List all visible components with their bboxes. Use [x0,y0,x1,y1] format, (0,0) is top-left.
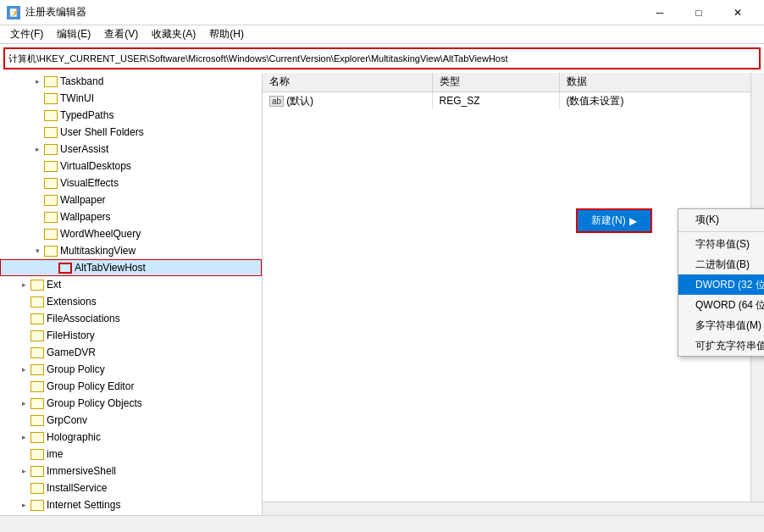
folder-icon-fileassociations [30,313,44,324]
tree-arrow-extensions [17,295,30,308]
tree-item-gamedvr[interactable]: GameDVR [0,344,262,361]
tree-item-internetsettings[interactable]: ▸Internet Settings [0,496,262,513]
folder-icon-filehistory [30,330,44,341]
folder-icon-grouppolicy [30,364,44,375]
tree-item-immersiveshell[interactable]: ▸ImmersiveShell [0,463,262,479]
context-item-binary[interactable]: 二进制值(B) [678,254,764,274]
tree-arrow-alttabviewhost [45,261,58,274]
maximize-button[interactable]: □ [679,0,718,25]
context-menu-overlay: 新建(N) ▶ 项(K)字符串值(S)二进制值(B)DWORD (32 位)值(… [576,208,652,233]
tree-item-twinui[interactable]: TWinUI [0,90,262,107]
tree-arrow-grouppolicyobjects: ▸ [17,396,30,410]
tree-item-filehistory[interactable]: FileHistory [0,327,262,344]
tree-label-gamedvr: GameDVR [47,346,96,358]
tree-item-usershellfolders[interactable]: User Shell Folders [0,124,262,141]
tree-item-virtualdesktops[interactable]: VirtualDesktops [0,158,262,175]
folder-icon-alttabviewhost [58,263,72,274]
close-button[interactable]: ✕ [718,0,757,25]
folder-icon-grouppolicyeditor [30,381,44,392]
context-item-project[interactable]: 项(K) [678,209,764,230]
tree-label-internetsettings: Internet Settings [47,499,120,511]
tree-item-wallpaper[interactable]: Wallpaper [0,191,262,208]
tree-arrow-internetsettings: ▸ [17,498,30,512]
tree-arrow-typedpaths [30,108,44,122]
col-data[interactable]: 数据 [559,73,764,91]
tree-arrow-holographic: ▸ [17,430,30,444]
tree-label-grouppolicy: Group Policy [47,363,105,375]
tree-arrow-userassist: ▸ [30,142,44,156]
tree-item-installservice[interactable]: InstallService [0,479,262,496]
tree-arrow-taskband: ▸ [30,75,44,88]
address-path[interactable]: 计算机\HKEY_CURRENT_USER\Software\Microsoft… [8,53,756,65]
tree-label-extensions: Extensions [47,296,97,308]
tree-label-usershellfolders: User Shell Folders [60,126,144,138]
context-item-multistring[interactable]: 多字符串值(M) [678,315,764,335]
menu-file[interactable]: 文件(F) [3,25,50,43]
tree-label-grouppolicyeditor: Group Policy Editor [47,380,134,392]
folder-icon-typedpaths [44,110,58,121]
context-item-expandstring[interactable]: 可扩充字符串值(E) [678,335,764,356]
tree-label-visualeffects: VisualEffects [60,177,119,189]
menu-view[interactable]: 查看(V) [97,25,145,43]
menu-edit[interactable]: 编辑(E) [50,25,97,43]
tree-item-extensions[interactable]: Extensions [0,293,262,310]
tree-item-alttabviewhost[interactable]: AltTabViewHost [0,259,262,276]
tree-item-multitaskingview[interactable]: ▾MultitaskingView [0,242,262,259]
col-type[interactable]: 类型 [432,73,559,91]
folder-icon-extensions [30,296,44,308]
col-name[interactable]: 名称 [263,73,432,91]
tree-label-ext: Ext [47,279,61,291]
tree-panel: ▸TaskbandTWinUITypedPathsUser Shell Fold… [0,73,263,515]
tree-arrow-twinui [30,91,44,105]
tree-arrow-ext: ▸ [17,278,30,291]
tree-item-grouppolicyobjects[interactable]: ▸Group Policy Objects [0,395,262,412]
tree-item-holographic[interactable]: ▸Holographic [0,429,262,446]
tree-item-visualeffects[interactable]: VisualEffects [0,175,262,191]
app-icon: 📝 [7,6,20,19]
tree-item-grouppolicyeditor[interactable]: Group Policy Editor [0,378,262,395]
folder-icon-wallpapers [44,212,58,223]
new-button-label: 新建(N) [591,213,626,228]
folder-icon-grpconv [30,415,44,426]
tree-label-wheelquery: WordWheelQuery [60,228,141,240]
tree-item-lockscreen[interactable]: ▸Lock Screen [0,513,262,515]
tree-label-taskband: Taskband [60,75,103,87]
minimize-button[interactable]: ─ [640,0,679,25]
tree-item-ime[interactable]: ime [0,446,262,463]
folder-icon-userassist [44,144,58,155]
tree-arrow-ime [17,447,30,461]
tree-label-grpconv: GrpConv [47,414,87,426]
menu-bar: 文件(F) 编辑(E) 查看(V) 收藏夹(A) 帮助(H) [0,25,764,44]
tree-item-typedpaths[interactable]: TypedPaths [0,107,262,124]
tree-arrow-gamedvr [17,346,30,359]
tree-item-grpconv[interactable]: GrpConv [0,412,262,429]
folder-icon-immersiveshell [30,466,44,477]
tree-arrow-wallpapers [30,210,44,224]
table-row[interactable]: ab(默认)REG_SZ(数值未设置) [263,91,764,110]
tree-item-grouppolicy[interactable]: ▸Group Policy [0,361,262,378]
status-bar [0,515,764,532]
context-item-dword[interactable]: DWORD (32 位)值(D) [678,274,764,295]
tree-item-wallpapers[interactable]: Wallpapers [0,208,262,225]
tree-item-taskband[interactable]: ▸Taskband [0,73,262,90]
tree-item-fileassociations[interactable]: FileAssociations [0,310,262,327]
tree-label-holographic: Holographic [47,431,101,443]
tree-label-virtualdesktops: VirtualDesktops [60,160,131,172]
title-bar-text: 注册表编辑器 [25,5,640,19]
context-menu: 项(K)字符串值(S)二进制值(B)DWORD (32 位)值(D)QWORD … [678,208,764,357]
context-item-qword[interactable]: QWORD (64 位)值(Q) [678,295,764,315]
tree-arrow-wheelquery [30,227,44,241]
tree-label-userassist: UserAssist [60,143,108,155]
tree-arrow-filehistory [17,329,30,342]
tree-item-userassist[interactable]: ▸UserAssist [0,141,262,158]
menu-favorites[interactable]: 收藏夹(A) [145,25,202,43]
context-item-string[interactable]: 字符串值(S) [678,234,764,254]
horizontal-scrollbar[interactable] [263,502,764,515]
tree-scroll[interactable]: ▸TaskbandTWinUITypedPathsUser Shell Fold… [0,73,262,515]
menu-help[interactable]: 帮助(H) [202,25,251,43]
tree-item-ext[interactable]: ▸Ext [0,276,262,293]
tree-item-wheelquery[interactable]: WordWheelQuery [0,225,262,242]
title-bar: 📝 注册表编辑器 ─ □ ✕ [0,0,764,25]
tree-arrow-grpconv [17,413,30,427]
new-button[interactable]: 新建(N) ▶ [576,208,652,233]
